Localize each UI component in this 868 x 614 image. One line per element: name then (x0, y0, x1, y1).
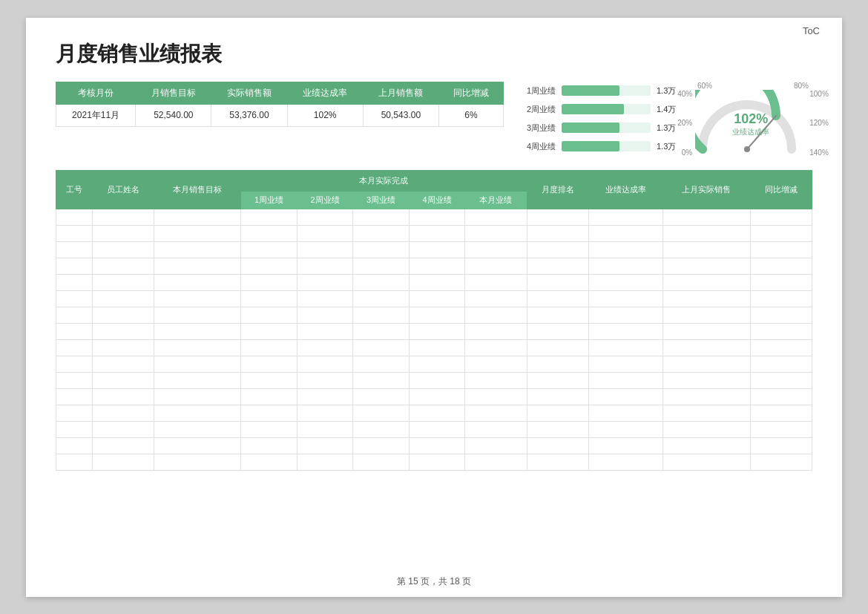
table-row (56, 290, 812, 307)
gauge-label-20: 20% (677, 119, 692, 127)
table-row (56, 339, 812, 356)
gauge-center-text: 102% 业绩达成率 (732, 111, 769, 137)
detail-th-yoy: 同比增减 (750, 170, 812, 209)
gauge-label-120: 120% (809, 119, 829, 127)
bar-fill-2 (562, 104, 624, 114)
summary-header-yoy: 同比增减 (438, 82, 503, 104)
table-row (56, 356, 812, 372)
table-row (56, 421, 812, 437)
detail-sub-th-w1: 1周业绩 (241, 191, 297, 209)
table-row (56, 405, 812, 421)
detail-th-id: 工号 (56, 170, 93, 209)
gauge-percent: 102% (732, 111, 769, 127)
table-row (56, 323, 812, 339)
summary-data-row: 2021年11月 52,540.00 53,376.00 102% 50,543… (56, 104, 504, 126)
detail-th-target: 本月销售目标 (154, 170, 241, 209)
detail-header-row-1: 工号 员工姓名 本月销售目标 本月实际完成 月度排名 业绩达成率 上月实际销售 … (56, 170, 812, 191)
detail-table: 工号 员工姓名 本月销售目标 本月实际完成 月度排名 业绩达成率 上月实际销售 … (56, 170, 812, 471)
table-row (56, 241, 812, 258)
gauge-sub: 业绩达成率 (732, 127, 769, 137)
summary-table-wrap: 考核月份 月销售目标 实际销售额 业绩达成率 上月销售额 同比增减 2021年1… (56, 82, 504, 157)
bar-row-2: 2周业绩 1.4万 (526, 104, 679, 115)
bar-fill-4 (562, 141, 619, 151)
table-row (56, 454, 812, 470)
detail-sub-th-w3: 3周业绩 (353, 191, 410, 209)
table-row (56, 209, 812, 225)
summary-cell-month: 2021年11月 (56, 104, 136, 126)
table-row (56, 372, 812, 388)
gauge-label-0: 0% (682, 148, 692, 157)
bar-value-2: 1.4万 (657, 104, 679, 115)
gauge-label-100: 100% (809, 90, 829, 98)
bar-track-2 (562, 104, 651, 114)
detail-th-actual: 本月实际完成 (241, 170, 527, 191)
table-row (56, 225, 812, 241)
gauge-svg-wrap: 102% 业绩达成率 (695, 90, 806, 157)
table-row (56, 437, 812, 454)
gauge-label-80: 80% (794, 82, 809, 90)
bar-value-3: 1.3万 (657, 123, 679, 134)
summary-header-month: 考核月份 (56, 82, 136, 104)
detail-th-rate: 业绩达成率 (588, 170, 662, 209)
bar-label-2: 2周业绩 (526, 104, 556, 115)
detail-th-rank: 月度排名 (527, 170, 588, 209)
table-row (56, 258, 812, 274)
summary-cell-yoy: 6% (438, 104, 503, 126)
gauge-label-40: 40% (677, 90, 692, 98)
summary-right: 1周业绩 1.3万 2周业绩 1.4万 3周业绩 (526, 82, 812, 157)
detail-sub-th-month: 本月业绩 (465, 191, 527, 209)
bar-track-1 (562, 85, 651, 96)
table-row (56, 274, 812, 290)
detail-th-lastsales: 上月实际销售 (663, 170, 751, 209)
table-row (56, 307, 812, 323)
bar-fill-3 (562, 123, 619, 133)
summary-cell-rate: 102% (287, 104, 363, 126)
summary-header-target: 月销售目标 (136, 82, 211, 104)
summary-table: 考核月份 月销售目标 实际销售额 业绩达成率 上月销售额 同比增减 2021年1… (56, 82, 504, 127)
bar-track-3 (562, 123, 651, 133)
toc-label: ToC (803, 25, 820, 36)
page-footer: 第 15 页，共 18 页 (26, 575, 842, 588)
gauge-label-60: 60% (697, 82, 712, 90)
bar-row-4: 4周业绩 1.3万 (526, 141, 679, 152)
bar-track-4 (562, 141, 651, 151)
table-row (56, 388, 812, 405)
gauge-label-140: 140% (809, 148, 829, 157)
summary-cell-actual: 53,376.00 (211, 104, 287, 126)
page: ToC 月度销售业绩报表 考核月份 月销售目标 实际销售额 业绩达成率 上月销售… (26, 18, 842, 597)
bar-label-3: 3周业绩 (526, 123, 556, 134)
bar-value-1: 1.3万 (657, 85, 679, 97)
bar-label-1: 1周业绩 (526, 85, 556, 97)
bar-chart-section: 1周业绩 1.3万 2周业绩 1.4万 3周业绩 (526, 85, 679, 152)
bar-row-3: 3周业绩 1.3万 (526, 123, 679, 134)
svg-point-1 (744, 146, 750, 152)
summary-cell-last: 50,543.00 (363, 104, 438, 126)
page-title: 月度销售业绩报表 (56, 40, 812, 68)
gauge-section: 60% 80% 40% 20% 0% (694, 82, 812, 157)
summary-section: 考核月份 月销售目标 实际销售额 业绩达成率 上月销售额 同比增减 2021年1… (56, 82, 812, 157)
summary-header-actual: 实际销售额 (211, 82, 287, 104)
summary-header-rate: 业绩达成率 (287, 82, 363, 104)
bar-label-4: 4周业绩 (526, 141, 556, 152)
detail-sub-th-w4: 4周业绩 (409, 191, 465, 209)
summary-cell-target: 52,540.00 (136, 104, 211, 126)
detail-sub-th-w2: 2周业绩 (297, 191, 353, 209)
bar-fill-1 (562, 85, 619, 96)
summary-header-row: 考核月份 月销售目标 实际销售额 业绩达成率 上月销售额 同比增减 (56, 82, 504, 104)
bar-value-4: 1.3万 (657, 141, 679, 152)
summary-header-last: 上月销售额 (363, 82, 438, 104)
detail-th-name: 员工姓名 (92, 170, 154, 209)
bar-row-1: 1周业绩 1.3万 (526, 85, 679, 97)
